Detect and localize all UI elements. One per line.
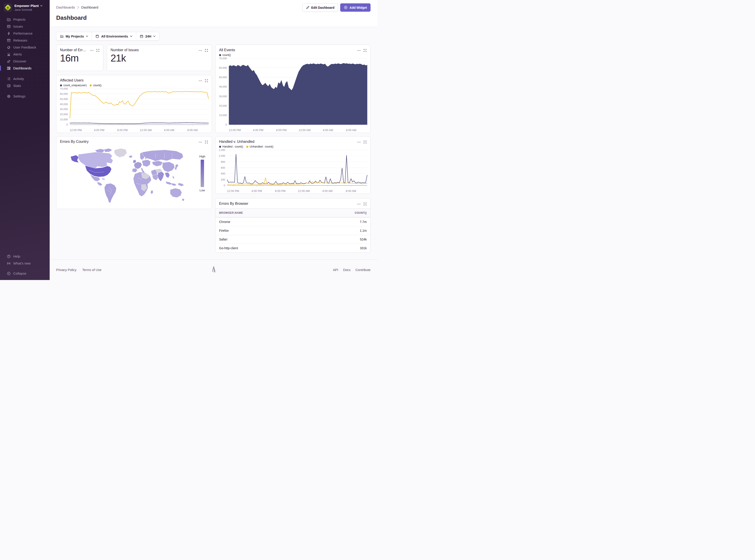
svg-text:8:00 PM: 8:00 PM <box>117 129 128 132</box>
widget-title: Affected Users <box>60 78 83 82</box>
environments-filter-label: All Environments <box>101 35 128 38</box>
widget-title: Handled v. Unhandled <box>219 140 254 144</box>
world-map <box>60 145 195 206</box>
chart-legend: Handled : count() Unhandled : count() <box>215 144 370 148</box>
svg-text:1,000: 1,000 <box>219 155 225 157</box>
sidebar-item-label: What's new <box>13 261 31 265</box>
sidebar-item-activity[interactable]: Activity <box>0 75 50 82</box>
svg-text:12:00 AM: 12:00 AM <box>140 129 152 132</box>
table-row[interactable]: Safari 524k <box>215 235 370 244</box>
sidebar-item-label: Performance <box>13 32 33 35</box>
widget-menu-button[interactable] <box>199 142 202 143</box>
projects-filter[interactable]: My Projects <box>56 32 92 40</box>
sidebar-item-alerts[interactable]: Alerts <box>0 51 50 58</box>
widget-expand-button[interactable] <box>205 49 208 52</box>
svg-text:0: 0 <box>226 123 227 126</box>
sidebar-item-whats-new[interactable]: What's new <box>0 260 50 267</box>
user-feedback-icon <box>7 45 11 49</box>
svg-text:4:00 PM: 4:00 PM <box>251 189 262 193</box>
svg-text:40,000: 40,000 <box>219 85 227 88</box>
svg-text:70,000: 70,000 <box>219 57 227 60</box>
svg-text:60,000: 60,000 <box>219 66 227 69</box>
projects-icon <box>7 18 11 22</box>
time-range-filter[interactable]: 24H <box>136 32 159 40</box>
sidebar-item-performance[interactable]: Performance <box>0 30 50 37</box>
sidebar-item-stats[interactable]: Stats <box>0 82 50 89</box>
widget-menu-button[interactable] <box>357 204 361 204</box>
sidebar-item-help[interactable]: Help <box>0 253 50 260</box>
terms-of-use-link[interactable]: Terms of Use <box>82 268 101 272</box>
sidebar-item-label: Collapse <box>13 272 26 275</box>
svg-text:400: 400 <box>221 172 225 175</box>
svg-text:0: 0 <box>66 123 68 126</box>
sidebar-item-dashboards[interactable]: Dashboards <box>0 65 50 72</box>
sentry-logo-icon <box>211 266 217 274</box>
footer-left-links: Privacy Policy Terms of Use <box>56 268 101 272</box>
sidebar-item-issues[interactable]: Issues <box>0 23 50 30</box>
org-name: Empower Plant <box>14 4 39 8</box>
sidebar-item-user-feedback[interactable]: User Feedback <box>0 44 50 51</box>
sidebar-item-settings[interactable]: Settings <box>0 93 50 100</box>
svg-text:800: 800 <box>221 161 225 163</box>
sidebar-item-label: Settings <box>13 94 25 98</box>
widget-menu-button[interactable] <box>357 50 361 51</box>
contribute-link[interactable]: Contribute <box>355 268 370 272</box>
browser-name-cell: Chrome <box>219 220 230 224</box>
svg-text:8:00 AM: 8:00 AM <box>346 129 356 132</box>
sidebar-item-label: Issues <box>13 24 23 28</box>
legend-dot <box>219 146 221 148</box>
api-link[interactable]: API <box>333 268 338 272</box>
discover-icon <box>7 59 11 63</box>
chevron-down-icon <box>153 36 155 37</box>
chevron-right-icon <box>77 6 79 9</box>
chart-legend: count() <box>215 52 370 57</box>
sidebar-item-collapse[interactable]: Collapse <box>0 270 50 277</box>
table-row[interactable]: Chrome 7.7m <box>215 217 370 226</box>
legend-dot <box>90 84 92 86</box>
widget-expand-button[interactable] <box>205 79 208 82</box>
legend-item[interactable]: Unhandled : count() <box>246 145 273 148</box>
svg-text:8:00 PM: 8:00 PM <box>276 129 287 132</box>
sidebar-item-discover[interactable]: Discover <box>0 58 50 65</box>
add-widget-button[interactable]: Add Widget <box>340 3 370 12</box>
page-footer: Privacy Policy Terms of Use API Docs Con… <box>50 259 377 280</box>
affected-users-chart: 010,00020,00030,00040,00050,00060,00070,… <box>56 87 212 133</box>
sidebar-item-projects[interactable]: Projects <box>0 16 50 23</box>
legend-high-label: High <box>199 155 206 158</box>
edit-dashboard-button[interactable]: Edit Dashboard <box>303 3 338 12</box>
widget-menu-button[interactable] <box>90 50 94 51</box>
help-icon <box>7 254 11 258</box>
legend-item[interactable]: count() <box>90 84 101 87</box>
widget-expand-button[interactable] <box>96 49 99 52</box>
docs-link[interactable]: Docs <box>343 268 351 272</box>
environments-filter[interactable]: All Environments <box>92 32 136 40</box>
widget-menu-button[interactable] <box>199 50 202 51</box>
app-window: Empower Plant Jane Schmidt Projects Issu… <box>0 0 377 280</box>
issues-icon <box>7 24 11 28</box>
org-switcher[interactable]: Empower Plant Jane Schmidt <box>0 0 50 14</box>
user-name: Jane Schmidt <box>14 8 42 12</box>
table-row[interactable]: Firefox 1.1m <box>215 226 370 235</box>
metric-value: 16m <box>56 52 103 64</box>
legend-item[interactable]: Handled : count() <box>219 145 243 148</box>
alerts-icon <box>7 52 11 56</box>
table-row[interactable]: Go-http-client 331k <box>215 244 370 253</box>
svg-text:40,000: 40,000 <box>60 103 68 105</box>
widget-menu-button[interactable] <box>357 142 361 143</box>
privacy-policy-link[interactable]: Privacy Policy <box>56 268 76 272</box>
widget-expand-button[interactable] <box>205 140 208 144</box>
widget-expand-button[interactable] <box>363 49 367 52</box>
widget-menu-button[interactable] <box>199 80 202 81</box>
legend-low-label: Low <box>199 188 205 192</box>
sidebar-item-releases[interactable]: Releases <box>0 37 50 44</box>
sidebar-bottom: Help What's new Collapse <box>0 253 50 277</box>
page-header: Dashboards Dashboard Edit Dashboard Add … <box>50 0 377 27</box>
legend-item[interactable]: count() <box>219 54 231 57</box>
widget-expand-button[interactable] <box>363 202 367 206</box>
widget-number-of-errors: Number of Err… 16m <box>56 45 103 71</box>
widget-expand-button[interactable] <box>363 140 367 144</box>
breadcrumb-dashboards-link[interactable]: Dashboards <box>56 5 75 9</box>
dashboards-icon <box>7 66 11 70</box>
legend-item[interactable]: count_unique(user) <box>60 84 86 87</box>
stats-icon <box>7 84 11 88</box>
